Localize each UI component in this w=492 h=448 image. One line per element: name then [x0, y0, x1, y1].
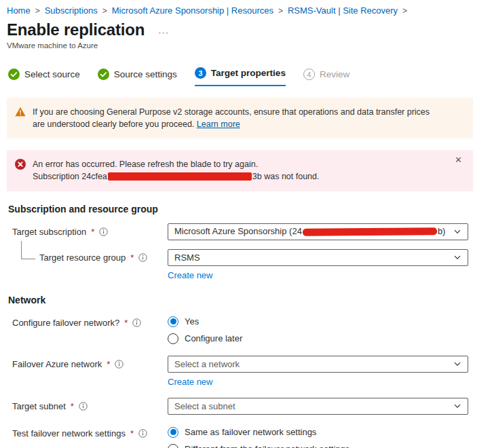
- check-circle-icon: [8, 69, 20, 80]
- configure-failover-network-label: Configure failover network?*: [7, 314, 168, 328]
- field-label: Failover Azure network: [12, 359, 102, 369]
- section-heading-subscription: Subscription and resource group: [8, 204, 485, 214]
- step-label: Target properties: [211, 68, 286, 78]
- chevron-down-icon: [453, 402, 461, 410]
- breadcrumb-separator: >: [102, 6, 107, 16]
- step-select-source[interactable]: Select source: [8, 69, 80, 86]
- test-failover-network-radio-group: Same as failover network settings Differ…: [168, 425, 485, 448]
- chevron-down-icon: [453, 360, 461, 368]
- breadcrumb-link-subscriptions[interactable]: Subscriptions: [45, 5, 98, 16]
- configure-failover-network-radio-group: Yes Configure later: [168, 314, 485, 344]
- target-subnet-dropdown[interactable]: Select a subnet: [168, 398, 468, 415]
- field-label: Target subscription: [12, 227, 86, 237]
- breadcrumb-separator: >: [402, 6, 407, 16]
- field-label: Target subnet: [12, 401, 66, 411]
- test-failover-network-settings-label: Test failover network settings*: [7, 425, 168, 438]
- radio-option-different-from-failover[interactable]: Different from the failover network sett…: [168, 444, 485, 448]
- required-asterisk: *: [91, 227, 94, 237]
- warning-text: If you are choosing General Purpose v2 s…: [33, 106, 463, 130]
- chevron-down-icon: [453, 227, 461, 236]
- dropdown-placeholder: Select a subnet: [174, 401, 235, 411]
- page-title: Enable replication: [7, 20, 145, 39]
- redaction-bar: [108, 172, 252, 181]
- radio-label: Different from the failover network sett…: [185, 444, 349, 448]
- info-icon[interactable]: [132, 318, 141, 327]
- error-circle-icon: [15, 159, 26, 183]
- create-new-resource-group-link[interactable]: Create new: [168, 270, 212, 280]
- required-asterisk: *: [130, 253, 134, 263]
- dropdown-value: b): [438, 226, 446, 236]
- create-new-network-link[interactable]: Create new: [168, 377, 212, 387]
- target-subnet-label: Target subnet*: [7, 398, 168, 411]
- dropdown-value: Microsoft Azure Sponsorship (24: [174, 226, 302, 236]
- target-resource-group-dropdown[interactable]: RSMS: [168, 249, 468, 266]
- info-icon[interactable]: [79, 402, 88, 411]
- required-asterisk: *: [124, 318, 128, 328]
- step-label: Source settings: [114, 69, 177, 79]
- breadcrumb-separator: >: [278, 6, 283, 16]
- warning-triangle-icon: [15, 107, 26, 130]
- failover-azure-network-row: Failover Azure network* Select a network…: [7, 356, 485, 387]
- radio-option-same-as-failover[interactable]: Same as failover network settings: [168, 427, 485, 438]
- page-subtitle: VMware machine to Azure: [7, 41, 485, 50]
- error-line2: Subscription 24cfea3b was not found.: [33, 170, 319, 183]
- required-asterisk: *: [107, 359, 110, 369]
- target-subscription-label: Target subscription*: [7, 223, 168, 237]
- error-text: An error has occurred. Please refresh th…: [33, 158, 342, 183]
- required-asterisk: *: [130, 428, 134, 438]
- breadcrumb-separator: >: [35, 6, 40, 16]
- test-failover-network-settings-row: Test failover network settings* Same as …: [7, 425, 485, 448]
- info-icon[interactable]: [99, 227, 108, 236]
- field-label: Test failover network settings: [12, 428, 126, 438]
- radio-option-configure-later[interactable]: Configure later: [168, 333, 485, 344]
- target-subscription-row: Target subscription* Microsoft Azure Spo…: [7, 223, 485, 240]
- failover-azure-network-label: Failover Azure network*: [7, 356, 168, 369]
- redaction-scribble: [303, 227, 437, 236]
- step-number-icon: 4: [303, 69, 315, 80]
- step-label: Review: [320, 69, 349, 79]
- error-line1: An error has occurred. Please refresh th…: [33, 158, 319, 170]
- target-subnet-row: Target subnet* Select a subnet: [7, 398, 485, 415]
- radio-selected-icon: [168, 427, 178, 438]
- enable-replication-page: Home>Subscriptions>Microsoft Azure Spons…: [0, 0, 492, 448]
- step-label: Select source: [24, 69, 80, 79]
- info-icon[interactable]: [138, 253, 147, 262]
- info-icon[interactable]: [115, 360, 124, 369]
- more-options-button[interactable]: ···: [158, 27, 169, 37]
- required-asterisk: *: [71, 401, 74, 411]
- chevron-down-icon: [453, 253, 461, 261]
- radio-option-yes[interactable]: Yes: [168, 316, 485, 327]
- breadcrumb-link-sponsorship-resources[interactable]: Microsoft Azure Sponsorship | Resources: [112, 5, 273, 16]
- tree-connector: [21, 241, 35, 259]
- radio-unselected-icon: [168, 444, 178, 448]
- dropdown-placeholder: Select a network: [174, 359, 240, 369]
- field-label: Target resource group: [39, 253, 126, 263]
- failover-azure-network-dropdown[interactable]: Select a network: [168, 356, 468, 373]
- breadcrumb-link-home[interactable]: Home: [7, 5, 31, 16]
- learn-more-link[interactable]: Learn more: [197, 119, 240, 129]
- step-number-icon: 3: [195, 67, 206, 79]
- subscription-form-area: Target subscription* Microsoft Azure Spo…: [7, 223, 485, 280]
- target-resource-group-row: Target resource group* RSMS Create new: [7, 249, 485, 280]
- step-source-settings[interactable]: Source settings: [98, 69, 177, 86]
- radio-label: Configure later: [185, 333, 242, 343]
- section-heading-network: Network: [8, 295, 485, 305]
- step-review: 4 Review: [303, 69, 349, 86]
- radio-label: Same as failover network settings: [185, 427, 316, 437]
- field-label: Configure failover network?: [12, 318, 119, 328]
- warning-banner: If you are choosing General Purpose v2 s…: [7, 98, 473, 138]
- breadcrumb: Home>Subscriptions>Microsoft Azure Spons…: [7, 5, 485, 16]
- check-circle-icon: [98, 69, 109, 80]
- error-subscription-prefix: Subscription 24cfea: [33, 172, 107, 181]
- breadcrumb-link-vault-site-recovery[interactable]: RSMS-Vault | Site Recovery: [288, 5, 398, 16]
- radio-unselected-icon: [168, 333, 178, 344]
- radio-label: Yes: [185, 316, 199, 326]
- wizard-steps: Select source Source settings 3 Target p…: [7, 67, 485, 86]
- info-icon[interactable]: [138, 429, 147, 438]
- close-icon[interactable]: ✕: [455, 155, 462, 164]
- error-subscription-suffix: 3b was not found.: [252, 172, 320, 181]
- step-target-properties[interactable]: 3 Target properties: [195, 67, 286, 86]
- target-subscription-dropdown[interactable]: Microsoft Azure Sponsorship (24b): [168, 223, 468, 240]
- error-banner: An error has occurred. Please refresh th…: [7, 150, 473, 191]
- radio-selected-icon: [168, 316, 178, 327]
